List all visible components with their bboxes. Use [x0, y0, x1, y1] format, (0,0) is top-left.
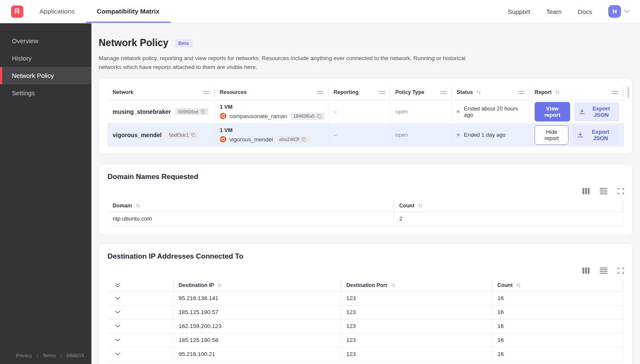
copy-icon[interactable]: [191, 132, 196, 137]
beta-badge: Beta: [174, 39, 193, 47]
view-report-button[interactable]: View report: [535, 102, 570, 121]
chevron-down-icon[interactable]: [113, 325, 120, 328]
sort-icon[interactable]: [390, 283, 396, 288]
copy-icon[interactable]: [201, 109, 205, 114]
main-content: Network Policy Beta Manage network polic…: [91, 23, 640, 364]
column-header-policy-type[interactable]: Policy Type: [390, 85, 452, 100]
domain-cell: ntp.ubuntu.com: [108, 212, 394, 226]
network-id-badge: 60959fad: [175, 108, 208, 115]
copy-icon[interactable]: [301, 137, 306, 142]
chevron-down-icon[interactable]: [624, 10, 630, 13]
download-icon: [579, 109, 585, 114]
user-menu[interactable]: H: [608, 5, 630, 18]
sidebar-item-network-policy[interactable]: Network Policy: [0, 67, 91, 84]
sidebar: Overview History Network Policy Settings…: [0, 23, 91, 364]
domains-card: Domain Names Requested Domain: [99, 164, 633, 235]
column-header-resources[interactable]: Resources: [215, 85, 328, 100]
terms-link[interactable]: Terms: [43, 353, 56, 358]
vm-id-badge: 184696a5: [290, 113, 325, 120]
report-cell: View report Export JSON: [530, 100, 623, 123]
column-drag-handle[interactable]: [518, 91, 524, 94]
expand-all-cell: [108, 280, 174, 291]
export-json-button[interactable]: Export JSON: [574, 102, 619, 121]
destinations-table-header: Destination IP Destination Port Count: [108, 280, 624, 292]
row-expander-cell: [108, 306, 174, 319]
status-cell: Ended about 20 hours ago: [452, 100, 530, 123]
sidebar-item-overview[interactable]: Overview: [0, 32, 91, 50]
chevron-down-icon[interactable]: [113, 297, 120, 300]
sort-icon[interactable]: [417, 203, 423, 208]
status-cell: Ended 1 day ago: [452, 124, 530, 146]
sort-icon[interactable]: [135, 203, 141, 208]
sort-icon[interactable]: [516, 283, 521, 288]
avatar-letter: H: [612, 8, 617, 15]
sidebar-item-history[interactable]: History: [0, 50, 91, 67]
support-link[interactable]: Support: [508, 8, 530, 15]
column-header-count[interactable]: Count: [492, 280, 623, 291]
column-header-status[interactable]: Status: [452, 85, 530, 100]
team-link[interactable]: Team: [546, 8, 562, 15]
tab-applications[interactable]: Applications: [28, 0, 86, 23]
destination-port-cell: 123: [341, 334, 492, 347]
destination-port-cell: 123: [341, 320, 492, 333]
column-header-network[interactable]: Network: [108, 85, 215, 100]
column-header-destination-port[interactable]: Destination Port: [341, 280, 492, 291]
footer-divider: |: [37, 353, 38, 358]
network-row: vigorous_mendel 5bdf3dc1 1 VM vigorous_m…: [108, 124, 624, 147]
expand-icon[interactable]: [618, 188, 624, 194]
network-name-cell: vigorous_mendel 5bdf3dc1: [108, 124, 215, 146]
column-drag-handle[interactable]: [203, 91, 210, 94]
destination-ip-cell: 185.125.190.58: [174, 334, 341, 347]
networks-card: Network Resources Reporting Policy Type …: [99, 78, 633, 154]
vm-name: compassionate_raman: [229, 113, 287, 119]
page-header: Network Policy Beta Manage network polic…: [99, 37, 633, 72]
row-expander-cell: [108, 292, 174, 305]
expand-icon[interactable]: [618, 267, 624, 274]
chevron-down-icon[interactable]: [113, 339, 120, 342]
chevron-down-icon[interactable]: [113, 353, 120, 356]
vm-os-icon: [220, 136, 226, 143]
privacy-link[interactable]: Privacy: [16, 353, 32, 358]
column-header-count[interactable]: Count: [394, 200, 623, 212]
count-cell: 16: [492, 306, 623, 319]
columns-icon[interactable]: [582, 267, 590, 274]
destination-ip-cell: 95.216.138.141: [174, 292, 341, 305]
list-view-icon[interactable]: [600, 188, 607, 194]
double-chevron-down-icon[interactable]: [113, 283, 120, 288]
destination-ip-cell: 185.125.190.57: [174, 306, 341, 319]
hide-report-button[interactable]: Hide report: [535, 125, 568, 145]
column-header-report[interactable]: Report: [530, 85, 623, 100]
sort-icon[interactable]: [476, 90, 482, 95]
column-header-reporting[interactable]: Reporting: [328, 85, 390, 100]
export-json-button[interactable]: Export JSON: [572, 125, 619, 145]
list-view-icon[interactable]: [600, 267, 607, 274]
destination-port-cell: 123: [341, 292, 492, 305]
docs-link[interactable]: Docs: [578, 8, 592, 15]
columns-icon[interactable]: [582, 188, 590, 194]
count-cell: 2: [394, 212, 623, 226]
column-drag-handle[interactable]: [379, 91, 385, 94]
column-drag-handle[interactable]: [612, 91, 618, 94]
domains-table-header: Domain Count: [108, 200, 624, 212]
destinations-card-title: Destination IP Addresses Connected To: [108, 252, 624, 261]
policy-type-cell: open: [390, 124, 452, 146]
column-header-destination-ip[interactable]: Destination IP: [174, 280, 341, 291]
tab-compatibility-matrix[interactable]: Compatibility Matrix: [86, 0, 171, 23]
column-drag-handle[interactable]: [317, 91, 323, 94]
column-header-domain[interactable]: Domain: [108, 200, 394, 212]
row-expander-cell: [108, 334, 174, 347]
network-name: musing_stonebraker: [113, 108, 171, 115]
domain-row: ntp.ubuntu.com 2: [108, 212, 624, 226]
copy-icon[interactable]: [317, 114, 322, 119]
destination-ip-cell: 162.159.200.123: [174, 320, 341, 333]
sort-icon[interactable]: [554, 90, 560, 95]
destination-ip-cell: 95.216.100.21: [174, 347, 341, 361]
sort-icon[interactable]: [217, 283, 223, 288]
column-drag-handle[interactable]: [440, 91, 447, 94]
chevron-down-icon[interactable]: [113, 311, 120, 314]
avatar[interactable]: H: [608, 5, 621, 18]
table-scrollbar[interactable]: [627, 87, 629, 98]
destinations-toolbar: [108, 267, 624, 274]
app-logo[interactable]: R: [11, 6, 23, 18]
sidebar-item-settings[interactable]: Settings: [0, 84, 91, 102]
